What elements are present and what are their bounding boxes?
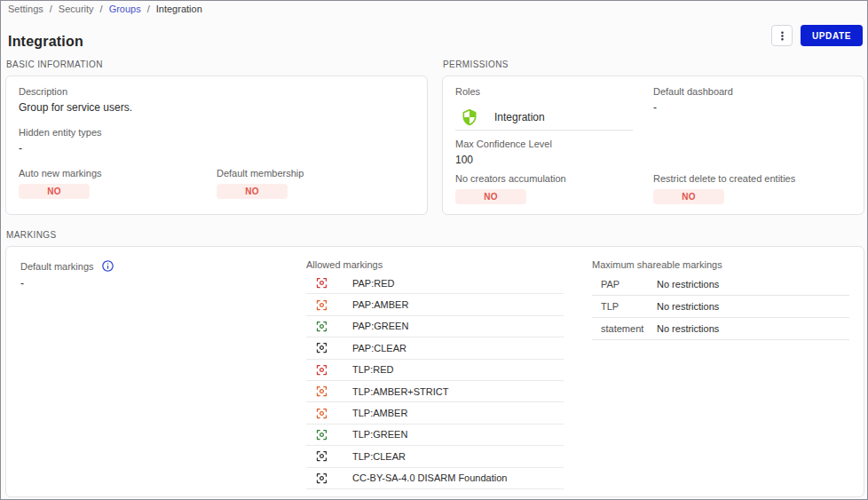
maximum-shareable-table: PAP No restrictions TLP No restrictions … [592,274,849,340]
auto-new-markings-field: Auto new markings NO [19,168,217,199]
page-title: Integration [8,34,83,50]
restrict-delete-field: Restrict delete to created entities NO [653,173,851,204]
hidden-entity-types-value: - [19,142,414,155]
update-button[interactable]: UPDATE [801,25,863,46]
marking-row: PAP:AMBER [306,294,564,315]
role-name: Integration [494,111,545,123]
maximum-shareable-column: Maximum shareable markings PAP No restri… [587,256,855,489]
shareable-value: No restrictions [657,279,719,290]
marking-icon [315,472,328,485]
no-creators-accumulation-chip: NO [455,189,526,204]
marking-label: TLP:GREEN [352,429,407,440]
permissions-right-column: Default dashboard - Restrict delete to c… [653,86,851,204]
shareable-value: No restrictions [657,301,719,312]
marking-row: PAP:CLEAR [306,337,564,359]
markings-title: MARKINGS [6,230,864,240]
no-creators-accumulation-field: No creators accumulation NO [455,173,653,204]
breadcrumb-groups-link[interactable]: Groups [109,4,141,14]
breadcrumb-separator: / [147,4,150,14]
marking-label: CC-BY-SA-4.0 DISARM Foundation [352,472,507,483]
markings-section: MARKINGS Default markings - Allowed mark… [5,230,864,497]
breadcrumb-current: Integration [156,4,202,14]
header-actions: UPDATE [771,25,863,46]
permissions-grid: Roles Integration Max Confidence Level 1… [455,86,851,204]
maximum-shareable-label: Maximum shareable markings [592,259,849,270]
shareable-type: PAP [592,279,657,290]
restrict-delete-chip: NO [653,189,724,204]
default-dashboard-field: Default dashboard - [653,86,851,114]
no-creators-accumulation-label: No creators accumulation [455,173,653,184]
default-dashboard-value: - [653,101,851,114]
info-icon[interactable] [101,259,114,273]
basic-information-title: BASIC INFORMATION [6,60,428,69]
groups-detail-page: { "breadcrumb": { "settings": "Settings"… [0,0,868,500]
marking-row: TLP:AMBER+STRICT [306,381,564,402]
basic-information-card: Description Group for service users. Hid… [5,75,428,215]
description-label: Description [19,86,414,97]
marking-row: PAP:GREEN [306,316,564,337]
marking-label: PAP:RED [352,278,394,289]
description-value: Group for service users. [19,101,414,114]
allowed-markings-list: PAP:RED PAP:AMBER PAP:GREEN PAP:CLEAR TL… [306,273,564,489]
default-membership-label: Default membership [217,168,414,179]
breadcrumb: Settings / Security / Groups / Integrati… [8,4,202,14]
auto-new-markings-chip: NO [19,184,90,199]
shareable-row: PAP No restrictions [592,274,849,296]
marking-icon [315,341,328,354]
markings-card: Default markings - Allowed markings PAP:… [5,246,864,497]
marking-icon [315,385,328,398]
marking-label: TLP:CLEAR [352,451,406,462]
permissions-title: PERMISSIONS [443,60,864,69]
default-dashboard-label: Default dashboard [653,86,851,97]
marking-icon [315,407,328,420]
marking-row: TLP:CLEAR [306,446,564,467]
marking-icon [315,320,328,333]
marking-label: TLP:AMBER [352,408,407,418]
default-markings-header: Default markings [20,259,296,273]
marking-row: TLP:GREEN [306,425,564,446]
max-confidence-value: 100 [455,154,653,166]
permissions-section: PERMISSIONS Roles Integration Max Confid… [442,60,864,215]
marking-row: TLP:AMBER [306,402,564,424]
shareable-type: statement [592,323,657,334]
default-markings-value: - [20,277,296,290]
default-membership-field: Default membership NO [217,168,414,199]
marking-row: CC-BY-SA-4.0 DISARM Foundation [306,468,564,489]
default-markings-column: Default markings - [15,256,301,489]
shareable-row: TLP No restrictions [592,296,849,318]
breadcrumb-settings[interactable]: Settings [8,4,43,14]
basic-information-section: BASIC INFORMATION Description Group for … [5,60,428,215]
marking-label: TLP:AMBER+STRICT [352,386,449,397]
default-markings-label: Default markings [20,261,94,272]
hidden-entity-types-label: Hidden entity types [19,127,414,138]
marking-label: PAP:AMBER [352,299,408,310]
marking-row: TLP:RED [306,360,564,381]
max-confidence-field: Max Confidence Level 100 [455,139,653,166]
shareable-value: No restrictions [657,323,719,334]
shareable-type: TLP [592,301,657,312]
role-list-item[interactable]: Integration [455,105,633,131]
default-membership-chip: NO [217,184,288,199]
marking-icon [315,298,328,312]
hidden-entity-types-field: Hidden entity types - [19,127,414,155]
basic-toggles-row: Auto new markings NO Default membership … [19,168,414,199]
more-vert-icon [776,29,789,43]
roles-label: Roles [455,86,653,97]
marking-icon [315,449,328,463]
breadcrumb-security[interactable]: Security [59,4,94,14]
marking-icon [315,363,328,377]
permissions-left-column: Roles Integration Max Confidence Level 1… [455,86,653,204]
allowed-markings-label: Allowed markings [306,259,581,270]
shareable-row: statement No restrictions [592,318,849,340]
shield-icon [461,108,478,126]
more-options-button[interactable] [771,25,793,46]
marking-label: PAP:CLEAR [352,343,406,353]
marking-icon [315,276,328,290]
permissions-card: Roles Integration Max Confidence Level 1… [442,75,864,215]
allowed-markings-column: Allowed markings PAP:RED PAP:AMBER PAP:G… [301,256,587,489]
auto-new-markings-label: Auto new markings [19,168,217,179]
restrict-delete-label: Restrict delete to created entities [653,173,851,184]
max-confidence-label: Max Confidence Level [455,139,653,149]
marking-label: PAP:GREEN [352,321,408,331]
roles-field: Roles Integration [455,86,653,131]
